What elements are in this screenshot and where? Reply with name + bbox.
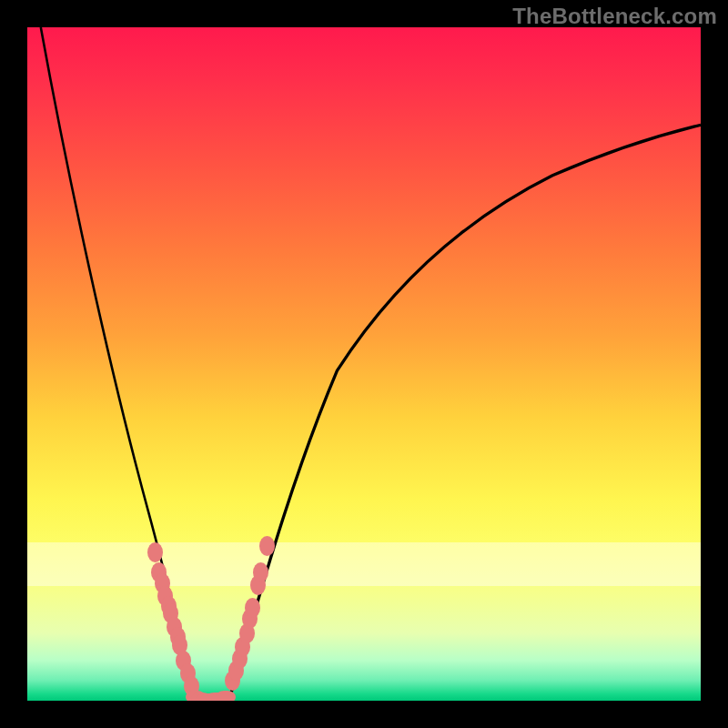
curve-right-branch	[229, 125, 701, 698]
chart-frame: TheBottleneck.com	[0, 0, 728, 728]
bottleneck-curve	[27, 27, 701, 701]
highlight-dot	[259, 536, 275, 556]
plot-area	[27, 27, 701, 701]
highlight-dot	[216, 691, 236, 701]
watermark-label: TheBottleneck.com	[512, 4, 717, 29]
